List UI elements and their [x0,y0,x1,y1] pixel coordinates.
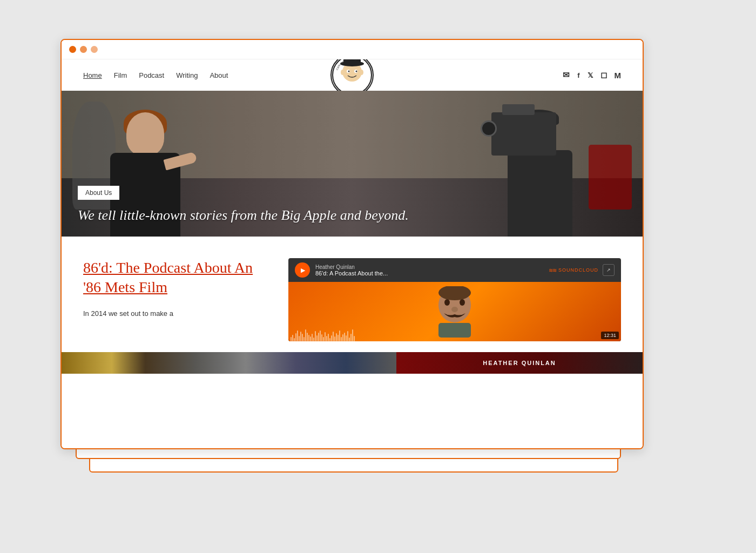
traffic-light-close[interactable] [69,46,76,53]
sc-left: ▶ Heather Quinlan 86'd: A Podcast About … [295,262,388,278]
waveform-bar [308,335,309,341]
waveform-bar [313,338,314,341]
sc-header: ▶ Heather Quinlan 86'd: A Podcast About … [288,258,621,282]
waveform-bar [318,333,319,341]
waveform-bar [316,335,318,341]
waveform-bar [299,336,300,341]
waveform-bar [342,334,343,341]
podcast-description: In 2014 we set out to make a [83,308,267,320]
waveform-bar [326,336,327,341]
content-section: 86'd: The Podcast About An '86 Mets Film… [62,237,643,352]
waveform-bar [310,336,311,341]
email-icon[interactable]: ✉ [563,70,570,80]
traffic-light-minimize[interactable] [80,46,87,53]
waveform-bar [305,329,306,341]
soundcloud-player: ▶ Heather Quinlan 86'd: A Podcast About … [288,258,621,341]
waveform-bar [312,334,313,341]
nav-home[interactable]: Home [83,71,102,79]
svg-point-8 [341,70,344,75]
svg-point-6 [348,71,350,72]
svg-point-13 [444,299,450,306]
camera-lens [481,120,497,137]
social-icons: ✉ f 𝕏 ◻ M [563,70,621,80]
nav-podcast[interactable]: Podcast [139,71,164,79]
soundcloud-waves-icon: ≋≋ [549,267,556,273]
waveform-bar [320,331,321,341]
waveform-bar [291,337,292,341]
strip-left-images [62,352,396,374]
sc-waveform-overlay [288,325,621,341]
nav-film[interactable]: Film [114,71,127,79]
nav-about[interactable]: About [210,71,228,79]
waveform-bar [338,335,339,341]
facebook-icon[interactable]: f [577,71,579,79]
instagram-icon[interactable]: ◻ [600,70,607,80]
waveform-bar [295,333,296,341]
site-nav: Home Film Podcast Writing About [62,59,643,91]
waveform-bar [294,338,295,341]
waveform-bar [347,331,348,341]
hero-section: About Us We tell little-known stories fr… [62,91,643,237]
soundcloud-text: SOUNDCLOUD [558,267,598,273]
waveform-bar [350,334,352,341]
svg-point-9 [360,70,363,75]
waveform-bar [336,333,337,341]
heather-quinlan-label: HEATHER QUINLAN [483,360,556,366]
head-left [126,112,164,156]
sc-share-icon[interactable]: ↗ [603,264,615,276]
waveform-bar [346,335,347,341]
svg-point-15 [451,307,458,312]
waveform-bar [328,334,329,341]
waveform-bar [307,333,308,341]
waveform-bar [339,331,340,341]
play-icon: ▶ [301,267,305,274]
content-left: 86'd: The Podcast About An '86 Mets Film… [83,258,267,341]
waveform-bar [292,335,293,341]
camera-top [502,104,535,115]
waveform-bar [323,337,324,341]
nav-links: Home Film Podcast Writing About [83,71,228,79]
waveform-bar [354,336,355,341]
sc-track-title: 86'd: A Podcast About the... [315,270,388,276]
browser-chrome [62,40,643,59]
hero-overlay: About Us We tell little-known stories fr… [62,175,643,237]
logo-svg: CANVASBACK KID [332,59,373,96]
sc-track-info: Heather Quinlan 86'd: A Podcast About th… [315,264,388,276]
strip-right-heather: HEATHER QUINLAN [396,352,643,374]
waveform-bar [302,334,303,341]
waveform-bar [334,336,335,341]
bottom-strip: HEATHER QUINLAN [62,352,643,374]
waveform-bar [344,333,345,341]
traffic-light-fullscreen[interactable] [91,46,98,53]
browser-window: Home Film Podcast Writing About [60,39,644,449]
waveform-bar [297,331,298,341]
waveform-bar [333,332,334,341]
waveform-bar [341,337,342,341]
waveform-bar [349,338,350,341]
waveform-bar [329,338,330,341]
sc-play-button[interactable]: ▶ [295,262,310,278]
content-right: ▶ Heather Quinlan 86'd: A Podcast About … [288,258,621,341]
hero-tagline: We tell little-known stories from the Bi… [78,207,626,224]
share-arrow-icon: ↗ [606,267,611,273]
sc-waveform-area[interactable]: 12:31 [288,282,621,341]
site-content: Home Film Podcast Writing About [62,59,643,448]
soundcloud-logo: ≋≋ SOUNDCLOUD [549,267,598,273]
waveform-bar [352,329,353,341]
svg-point-7 [356,71,357,72]
sc-artist: Heather Quinlan [315,264,388,270]
twitter-icon[interactable]: 𝕏 [588,71,593,79]
waveform-bar [331,335,332,341]
waveform-bar [325,332,326,341]
nav-writing[interactable]: Writing [176,71,198,79]
svg-point-14 [460,299,465,306]
waveform-bar [321,334,322,341]
waveform-bar [315,331,316,341]
about-us-badge[interactable]: About Us [78,186,119,200]
podcast-title[interactable]: 86'd: The Podcast About An '86 Mets Film [83,258,267,298]
waveform-bar [303,337,305,341]
waveform-bar [300,332,301,341]
medium-icon[interactable]: M [615,71,622,80]
sc-time-badge: 12:31 [601,332,619,339]
camera-box [491,112,556,156]
